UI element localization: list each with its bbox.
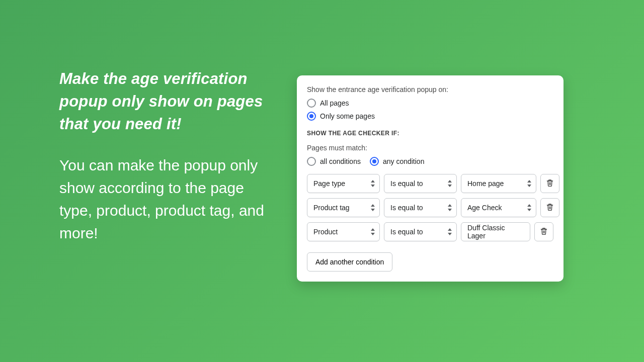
- add-condition-button[interactable]: Add another condition: [307, 252, 392, 272]
- condition-value-select[interactable]: Home page: [461, 174, 536, 193]
- stepper-icon: [370, 180, 375, 187]
- stepper-icon: [370, 204, 375, 211]
- trash-icon: [546, 203, 554, 213]
- radio-label: Only some pages: [320, 112, 375, 120]
- radio-icon: [307, 99, 316, 108]
- match-label: Pages must match:: [307, 144, 553, 152]
- radio-icon: [307, 112, 316, 121]
- select-value: Age Check: [467, 204, 502, 212]
- delete-condition-button[interactable]: [540, 174, 559, 193]
- match-mode-row: all conditions any condition: [307, 157, 553, 166]
- stepper-icon: [370, 228, 375, 235]
- radio-label: All pages: [320, 99, 349, 107]
- input-value: Duff Classic Lager: [467, 224, 524, 240]
- stepper-icon: [447, 204, 452, 211]
- select-value: Page type: [313, 179, 345, 188]
- stepper-icon: [447, 228, 452, 235]
- radio-label: any condition: [383, 157, 425, 165]
- marketing-copy: Make the age verification popup only sho…: [0, 68, 267, 244]
- select-value: Home page: [467, 179, 504, 188]
- condition-field-select[interactable]: Page type: [307, 174, 380, 193]
- condition-operator-select[interactable]: Is equal to: [384, 174, 457, 193]
- section-heading: SHOW THE AGE CHECKER IF:: [307, 130, 553, 137]
- subtext: You can make the popup only show accordi…: [59, 154, 267, 244]
- condition-value-select[interactable]: Age Check: [461, 198, 536, 217]
- condition-operator-select[interactable]: Is equal to: [384, 198, 457, 217]
- select-value: Product tag: [313, 204, 350, 212]
- radio-icon: [307, 157, 316, 166]
- delete-condition-button[interactable]: [534, 222, 553, 241]
- select-value: Is equal to: [390, 179, 423, 188]
- delete-condition-button[interactable]: [540, 198, 559, 217]
- show-on-label: Show the entrance age verification popup…: [307, 85, 553, 94]
- condition-row: Product tagIs equal toAge Check: [307, 198, 553, 217]
- condition-row: ProductIs equal toDuff Classic Lager: [307, 222, 553, 241]
- radio-only-some-pages[interactable]: Only some pages: [307, 112, 553, 121]
- stepper-icon: [527, 204, 532, 211]
- stepper-icon: [527, 180, 532, 187]
- radio-any-condition[interactable]: any condition: [370, 157, 425, 166]
- select-value: Is equal to: [390, 228, 423, 236]
- settings-panel: Show the entrance age verification popup…: [297, 75, 564, 282]
- select-value: Is equal to: [390, 204, 423, 212]
- trash-icon: [540, 227, 548, 237]
- trash-icon: [546, 179, 554, 189]
- stepper-icon: [447, 180, 452, 187]
- headline-text: Make the age verification popup only sho…: [59, 68, 267, 136]
- radio-all-conditions[interactable]: all conditions: [307, 157, 361, 166]
- radio-icon: [370, 157, 379, 166]
- select-value: Product: [313, 228, 338, 236]
- condition-value-input[interactable]: Duff Classic Lager: [461, 222, 530, 241]
- condition-field-select[interactable]: Product: [307, 222, 380, 241]
- radio-all-pages[interactable]: All pages: [307, 99, 553, 108]
- condition-row: Page typeIs equal toHome page: [307, 174, 553, 193]
- radio-label: all conditions: [320, 157, 361, 165]
- conditions-list: Page typeIs equal toHome pageProduct tag…: [307, 174, 553, 241]
- add-condition-label: Add another condition: [315, 258, 384, 266]
- condition-operator-select[interactable]: Is equal to: [384, 222, 457, 241]
- condition-field-select[interactable]: Product tag: [307, 198, 380, 217]
